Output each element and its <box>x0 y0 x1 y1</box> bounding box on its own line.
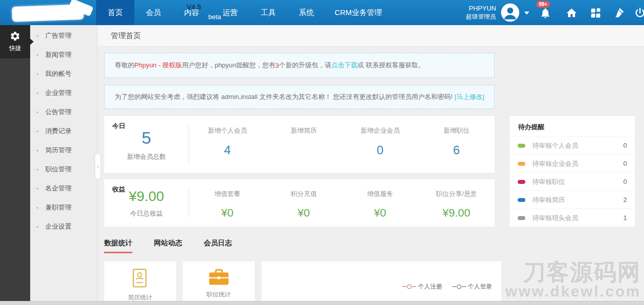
status-pill <box>518 180 525 184</box>
beta-label: beta <box>208 13 221 21</box>
todo-row-company[interactable]: 待审核企业会员 0 <box>510 154 635 172</box>
bell-icon <box>539 7 551 19</box>
todo-count: 2 <box>623 196 627 204</box>
sidebar-item-announce[interactable]: 公告管理 <box>30 103 97 122</box>
sidebar-item-company[interactable]: 企业管理 <box>30 83 97 103</box>
stat-value: ¥0 <box>374 207 386 220</box>
user-role: 超级管理员 <box>452 13 496 21</box>
sidebar-item-jobs[interactable]: 职位管理 <box>30 160 97 179</box>
notice-text: 或 联系授权客服获取。 <box>358 61 425 70</box>
sidebar-collapse-handle[interactable]: ‹ <box>95 153 101 179</box>
download-link[interactable]: 点击下载 <box>332 61 358 70</box>
stat-column: 新增简历 <box>266 116 342 173</box>
nav-item-tools[interactable]: 工具 <box>249 0 287 25</box>
sidebar-item-settings[interactable]: 企业设置 <box>30 217 97 236</box>
today-total: 5 新增会员总数 <box>104 116 189 173</box>
todo-count: 0 <box>623 142 627 149</box>
status-pill <box>518 162 525 166</box>
todo-row-jobs[interactable]: 待审核职位 0 <box>510 172 635 190</box>
sidebar-item-account[interactable]: 我的帐号 <box>30 64 97 83</box>
tab-data-stats[interactable]: 数据统计 <box>104 239 132 253</box>
stat-label: 新增简历 <box>291 126 317 135</box>
todo-label: 待审核简历 <box>532 195 623 205</box>
tab-member-log[interactable]: 会员日志 <box>204 239 232 253</box>
stat-value: ¥9.00 <box>443 207 470 220</box>
revenue-total: ¥9.00 今日总收益 <box>104 179 189 227</box>
user-icon <box>501 4 519 22</box>
briefcase-icon <box>183 268 255 288</box>
stat-label: 增值套餐 <box>214 189 240 198</box>
resume-stats-widget: 简历统计 <box>104 261 176 305</box>
sidebar-item-ads[interactable]: 广告管理 <box>30 26 97 45</box>
stat-column: 增值套餐 ¥0 <box>189 179 266 227</box>
stat-label: 新增企业会员 <box>360 126 399 135</box>
modify-now-link[interactable]: [马上修改] <box>454 92 484 101</box>
logout-button[interactable] <box>634 7 644 19</box>
legend-marker <box>452 284 466 289</box>
job-stats-widget: 职位统计 <box>183 261 255 305</box>
stat-label: 新增职位 <box>443 126 469 135</box>
notice-text: 为了您的网站安全考虑，强烈建议将 admin,install 文件夹名改为其它名… <box>115 92 453 101</box>
page-header: 管理首页 <box>98 25 644 47</box>
todo-label: 待审核企业会员 <box>532 159 623 168</box>
stat-label: 积分充值 <box>291 189 317 198</box>
stat-column: 新增企业会员 0 <box>342 116 419 173</box>
clear-cache-button[interactable] <box>613 7 625 19</box>
todo-row-resume[interactable]: 待审核简历 2 <box>510 190 635 209</box>
stat-label: 新增个人会员 <box>208 126 247 135</box>
avatar[interactable] <box>501 4 519 22</box>
todo-title: 待办提醒 <box>510 116 635 136</box>
chevron-left-icon: ‹ <box>97 164 99 169</box>
quick-arrow <box>30 39 37 45</box>
todo-label: 待审核职位 <box>532 177 623 186</box>
tab-site-news[interactable]: 网站动态 <box>154 239 182 253</box>
chevron-down-icon[interactable] <box>524 12 529 17</box>
sidebar-item-news[interactable]: 新闻管理 <box>30 45 97 64</box>
nav-item-system[interactable]: 系统 <box>287 0 326 25</box>
widget-label: 职位统计 <box>183 290 255 299</box>
todo-row-headhunter[interactable]: 待审核猎头会员 1 <box>510 209 635 227</box>
todo-label: 待审核猎头会员 <box>532 214 623 223</box>
upgrade-count: 3 <box>275 62 279 69</box>
todo-row-personal[interactable]: 待审核个人会员 0 <box>510 136 635 154</box>
quick-rail: 快捷 <box>0 25 30 301</box>
today-stats-card: 今日 5 新增会员总数 新增个人会员 4 新增简历 新增企业会员 0 <box>104 116 495 173</box>
admin-dashboard: V4.5 beta 首页 会员 内容 运营 工具 系统 CRM业务管理 PHPY… <box>0 0 644 305</box>
upgrade-notice: 尊敬的 Phpyun - 授权版 用户您好，phpyun提醒您，您有 3 个新的… <box>104 53 495 78</box>
stat-value: ¥0 <box>297 207 309 220</box>
sidebar-item-consume[interactable]: 消费记录 <box>30 122 97 141</box>
broom-icon <box>613 7 625 19</box>
stat-label: 职位分享/悬赏 <box>436 189 477 198</box>
today-total-value: 5 <box>142 128 151 148</box>
nav-item-members[interactable]: 会员 <box>134 0 173 25</box>
notice-text: 用户您好，phpyun提醒您，您有 <box>182 61 276 70</box>
today-total-label: 新增会员总数 <box>127 152 166 161</box>
notice-text: 个新的升级包，请 <box>279 61 332 70</box>
main-content: 管理首页 尊敬的 Phpyun - 授权版 用户您好，phpyun提醒您，您有 … <box>98 25 644 301</box>
stat-column: 新增职位 6 <box>418 116 495 173</box>
nav-item-crm[interactable]: CRM业务管理 <box>326 0 391 25</box>
status-pill <box>518 216 525 220</box>
sidebar-item-famous[interactable]: 名企管理 <box>30 179 97 198</box>
quick-label: 快捷 <box>9 44 21 53</box>
sidebar-item-resume[interactable]: 简历管理 <box>30 141 97 160</box>
page-title: 管理首页 <box>111 31 141 41</box>
todo-label: 待审核个人会员 <box>532 141 623 150</box>
nav-item-home[interactable]: 首页 <box>96 0 134 25</box>
stat-label: 增值服务 <box>367 189 393 198</box>
todo-panel: 待办提醒 待审核个人会员 0 待审核企业会员 0 待审核职位 0 待审核简历 2 <box>510 116 635 227</box>
home-button[interactable] <box>566 7 578 19</box>
sidebar-item-parttime[interactable]: 兼职管理 <box>30 198 97 217</box>
revenue-total-value: ¥9.00 <box>129 188 164 205</box>
legend-item-login: 个人登录 <box>452 282 492 291</box>
nav-item-operations[interactable]: 运营 <box>211 0 249 25</box>
notifications-button[interactable] <box>539 7 551 19</box>
version-label: V4.5 <box>187 3 201 11</box>
quick-menu-button[interactable]: 快捷 <box>0 25 30 58</box>
legend-label: 个人注册 <box>418 282 442 291</box>
stat-column: 积分充值 ¥0 <box>266 179 342 227</box>
apps-button[interactable] <box>590 7 602 19</box>
stat-value: 0 <box>377 143 383 157</box>
brand-label: Phpyun - 授权版 <box>134 61 182 70</box>
legend-marker <box>403 284 416 289</box>
